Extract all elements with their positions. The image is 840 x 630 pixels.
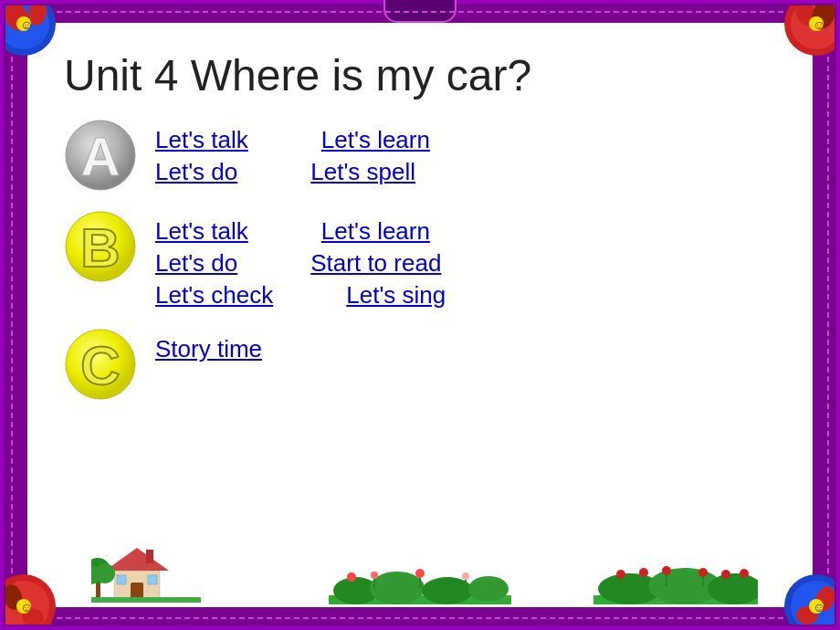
letter-c-badge: C bbox=[64, 328, 137, 401]
svg-point-46 bbox=[468, 576, 509, 602]
letter-b-badge: B bbox=[64, 210, 137, 283]
svg-rect-36 bbox=[146, 550, 153, 563]
corner-decoration-tl: ☺ bbox=[5, 5, 88, 88]
svg-point-49 bbox=[415, 569, 425, 578]
plant-decoration-center bbox=[329, 550, 511, 604]
section-a-row2: Let's do Let's spell bbox=[155, 158, 430, 186]
svg-text:B: B bbox=[80, 217, 120, 278]
svg-text:☺: ☺ bbox=[813, 600, 825, 614]
svg-rect-33 bbox=[131, 583, 143, 598]
svg-point-41 bbox=[95, 563, 115, 583]
letter-a-badge: A bbox=[64, 119, 137, 192]
corner-decoration-tr: ☺ bbox=[752, 5, 835, 88]
svg-point-50 bbox=[462, 572, 469, 580]
section-a: A Let's talk Let's learn Let's do Let's … bbox=[64, 119, 776, 192]
corner-decoration-bl: ☺ bbox=[5, 542, 88, 625]
link-b-start-to-read[interactable]: Start to read bbox=[310, 249, 441, 278]
link-a-lets-talk[interactable]: Let's talk bbox=[155, 126, 248, 154]
svg-point-47 bbox=[347, 572, 356, 582]
section-b-row2: Let's do Start to read bbox=[155, 249, 446, 278]
svg-text:☺: ☺ bbox=[813, 17, 825, 32]
link-b-lets-do[interactable]: Let's do bbox=[155, 249, 237, 278]
link-b-lets-learn[interactable]: Let's learn bbox=[321, 217, 430, 246]
link-b-lets-sing[interactable]: Let's sing bbox=[346, 281, 446, 310]
svg-rect-35 bbox=[148, 575, 157, 584]
svg-point-61 bbox=[662, 566, 671, 575]
svg-text:☺: ☺ bbox=[20, 17, 33, 32]
svg-text:A: A bbox=[80, 126, 120, 187]
corner-decoration-br: ☺ bbox=[752, 542, 835, 625]
svg-point-48 bbox=[371, 572, 378, 579]
link-b-lets-talk[interactable]: Let's talk bbox=[155, 217, 248, 246]
section-b: B Let's talk Let's learn Let's do Start … bbox=[64, 210, 776, 310]
house-decoration bbox=[91, 539, 201, 603]
svg-text:☺: ☺ bbox=[20, 600, 33, 614]
section-b-row1: Let's talk Let's learn bbox=[155, 217, 446, 246]
link-a-lets-do[interactable]: Let's do bbox=[155, 158, 237, 186]
section-c: C Story time bbox=[64, 328, 776, 401]
plant-decoration-right bbox=[593, 545, 758, 604]
section-c-links: Story time bbox=[155, 328, 262, 363]
svg-point-59 bbox=[616, 570, 625, 579]
svg-rect-34 bbox=[117, 575, 126, 584]
svg-point-64 bbox=[740, 569, 749, 578]
svg-rect-37 bbox=[91, 597, 201, 603]
content-area: A Let's talk Let's learn Let's do Let's … bbox=[64, 119, 776, 589]
section-b-row3: Let's check Let's sing bbox=[155, 281, 446, 310]
svg-point-44 bbox=[370, 572, 425, 604]
section-a-row1: Let's talk Let's learn bbox=[155, 126, 430, 154]
link-b-lets-check[interactable]: Let's check bbox=[155, 281, 273, 310]
link-a-lets-learn[interactable]: Let's learn bbox=[321, 126, 430, 154]
inner-page: Unit 4 Where is my car? A bbox=[27, 23, 813, 607]
svg-point-62 bbox=[698, 568, 708, 577]
link-c-story-time[interactable]: Story time bbox=[155, 335, 262, 363]
section-c-row1: Story time bbox=[155, 335, 262, 363]
section-a-links: Let's talk Let's learn Let's do Let's sp… bbox=[155, 119, 430, 186]
book-spine bbox=[383, 0, 457, 23]
svg-text:C: C bbox=[80, 335, 120, 396]
bottom-scene bbox=[27, 534, 813, 607]
svg-point-63 bbox=[721, 570, 730, 579]
outer-frame: ☺ ☺ ☺ ☺ bbox=[0, 0, 840, 630]
page-title: Unit 4 Where is my car? bbox=[64, 50, 776, 100]
section-b-links: Let's talk Let's learn Let's do Start to… bbox=[155, 210, 446, 310]
link-a-lets-spell[interactable]: Let's spell bbox=[310, 158, 415, 186]
svg-point-60 bbox=[639, 568, 648, 577]
svg-marker-32 bbox=[105, 548, 169, 571]
